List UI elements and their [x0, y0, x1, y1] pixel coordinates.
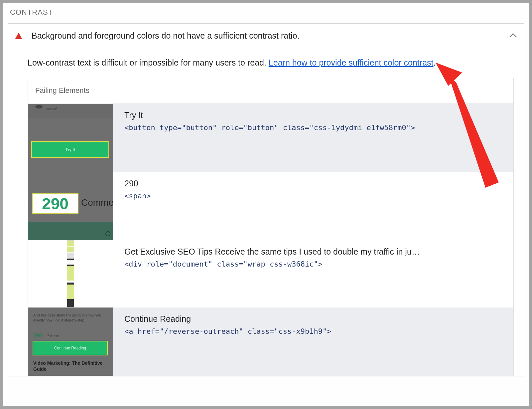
failing-element-row[interactable]: 290 Comme C 290 <span>: [28, 172, 513, 240]
audit-card: Background and foreground colors do not …: [8, 23, 524, 376]
audit-header[interactable]: Background and foreground colors do not …: [8, 24, 524, 48]
element-label: Try It: [124, 110, 507, 120]
failing-elements-header: Failing Elements: [28, 78, 513, 104]
thumb-290-number: 290: [32, 193, 78, 214]
element-label: Continue Reading: [124, 314, 507, 324]
audit-description: Low-contrast text is difficult or imposs…: [28, 57, 514, 69]
element-info: 290 <span>: [113, 172, 513, 207]
element-thumbnail: [28, 240, 113, 307]
thumb-text: weeks!: [47, 107, 57, 111]
failing-element-row[interactable]: weeks! Try It Try It <button type="butto…: [28, 104, 513, 172]
thumb-footer: Video Marketing: The Definitive Guide: [33, 360, 113, 372]
thumb-continue-button: Continue Reading: [33, 341, 108, 355]
audit-description-period: .: [434, 58, 436, 67]
failing-element-row[interactable]: Get Exclusive SEO Tips Receive the same …: [28, 240, 513, 307]
audit-body: Low-contrast text is difficult or imposs…: [8, 48, 524, 376]
learn-more-link[interactable]: Learn how to provide sufficient color co…: [269, 58, 434, 67]
thumb-try-it-button: Try It: [31, 141, 109, 158]
thumb-text: Comme: [81, 197, 113, 208]
element-code: <div role="document" class="wrap css-w36…: [124, 260, 507, 268]
element-thumbnail: 290 Comme C: [28, 172, 113, 240]
element-info: Continue Reading <a href="/reverse-outre…: [113, 307, 513, 342]
thumb-290: 290: [33, 333, 42, 339]
element-thumbnail: weeks! Try It: [28, 104, 113, 172]
thumb-text: And this case study I'm going to show yo…: [33, 313, 108, 323]
element-label: 290: [124, 179, 507, 188]
element-thumbnail: And this case study I'm going to show yo…: [28, 307, 113, 376]
element-code: <button type="button" role="button" clas…: [124, 123, 507, 132]
warning-triangle-icon: [15, 33, 22, 39]
audit-title: Background and foreground colors do not …: [32, 31, 510, 41]
element-label: Get Exclusive SEO Tips Receive the same …: [124, 247, 507, 257]
element-info: Get Exclusive SEO Tips Receive the same …: [113, 240, 513, 275]
thumb-text: C: [105, 230, 110, 238]
thumb-strip-icon: [67, 240, 74, 307]
element-code: <span>: [124, 192, 507, 200]
element-info: Try It <button type="button" role="butto…: [113, 104, 513, 138]
failing-elements-box: Failing Elements weeks! Try It Try It <b: [28, 78, 514, 376]
chevron-up-icon: [509, 33, 517, 41]
failing-element-row[interactable]: And this case study I'm going to show yo…: [28, 307, 513, 376]
thumb-text: 7 comm: [47, 334, 59, 338]
element-code: <a href="/reverse-outreach" class="css-x…: [124, 327, 507, 335]
audit-description-text: Low-contrast text is difficult or imposs…: [28, 58, 269, 67]
section-title: CONTRAST: [8, 8, 524, 17]
audit-panel: CONTRAST Background and foreground color…: [3, 3, 529, 406]
